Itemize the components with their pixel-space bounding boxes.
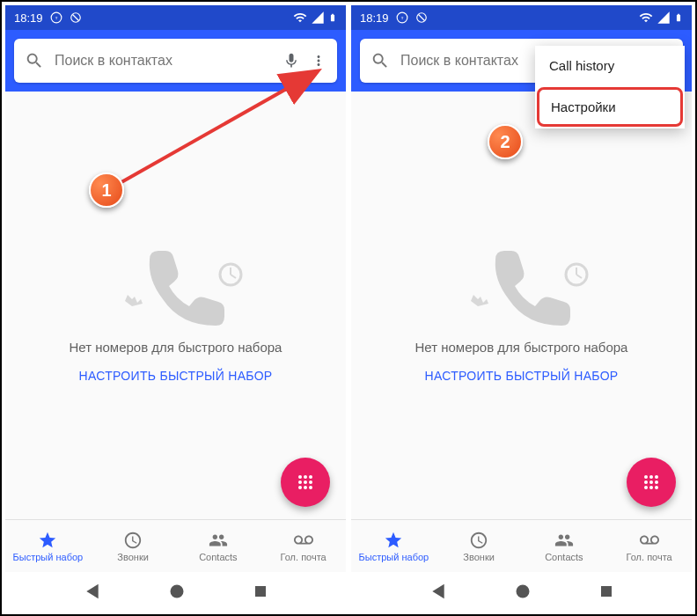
- status-notification-icon: т: [50, 11, 62, 24]
- status-block-icon: [415, 11, 428, 24]
- setup-speed-dial-link[interactable]: НАСТРОИТЬ БЫСТРЫЙ НАБОР: [424, 369, 618, 383]
- svg-point-27: [644, 475, 648, 479]
- tab-contacts[interactable]: Contacts: [176, 520, 261, 572]
- battery-icon: [328, 11, 337, 25]
- status-bar: 18:19 т: [5, 5, 346, 30]
- svg-point-31: [649, 480, 653, 484]
- dialpad-fab[interactable]: [627, 458, 676, 507]
- tab-contacts[interactable]: Contacts: [522, 520, 607, 572]
- people-icon: [554, 531, 574, 550]
- dialpad-fab[interactable]: [281, 458, 330, 507]
- tab-label: Contacts: [199, 552, 237, 562]
- back-icon[interactable]: [429, 583, 447, 600]
- status-time: 18:19: [14, 11, 43, 25]
- status-time: 18:19: [360, 11, 389, 25]
- recent-icon[interactable]: [253, 583, 268, 599]
- tab-label: Быстрый набор: [13, 552, 84, 562]
- tab-voicemail[interactable]: Гол. почта: [260, 520, 346, 572]
- svg-point-11: [304, 480, 307, 484]
- tab-label: Гол. почта: [627, 552, 672, 562]
- empty-illustration: [451, 229, 592, 326]
- wifi-icon: [639, 11, 653, 25]
- svg-point-14: [304, 486, 307, 489]
- svg-point-12: [309, 480, 312, 484]
- svg-point-33: [644, 486, 648, 489]
- status-bar: 18:19 т: [351, 5, 692, 30]
- search-area: Поиск в контактах: [5, 30, 346, 92]
- star-icon: [384, 531, 403, 550]
- svg-point-7: [298, 475, 302, 479]
- tab-voicemail[interactable]: Гол. почта: [606, 520, 692, 572]
- tab-speed-dial[interactable]: Быстрый набор: [5, 520, 91, 572]
- status-block-icon: [70, 11, 82, 24]
- tab-label: Быстрый набор: [359, 552, 429, 562]
- svg-line-3: [72, 15, 78, 21]
- people-icon: [209, 531, 228, 550]
- content-area: Нет номеров для быстрого набора НАСТРОИТ…: [5, 92, 346, 519]
- svg-rect-37: [601, 586, 612, 597]
- battery-icon: [674, 11, 683, 25]
- svg-point-15: [309, 486, 312, 489]
- history-icon: [469, 531, 488, 550]
- star-icon: [38, 531, 57, 550]
- tab-calls[interactable]: Звонки: [91, 520, 176, 572]
- svg-point-29: [655, 475, 658, 479]
- svg-line-6: [231, 275, 236, 278]
- svg-rect-17: [255, 586, 266, 597]
- signal-icon: [657, 11, 671, 25]
- back-icon[interactable]: [84, 583, 101, 600]
- empty-illustration: [106, 229, 246, 326]
- svg-point-9: [309, 475, 312, 479]
- dialpad-icon: [641, 472, 662, 493]
- svg-point-30: [644, 480, 648, 484]
- svg-point-28: [649, 475, 653, 479]
- svg-point-16: [170, 585, 183, 598]
- svg-line-26: [576, 275, 582, 278]
- mic-icon[interactable]: [282, 52, 300, 70]
- svg-point-10: [298, 480, 302, 484]
- dropdown-call-history[interactable]: Call history: [535, 46, 685, 85]
- search-placeholder: Поиск в контактах: [55, 53, 272, 69]
- more-options-icon[interactable]: [311, 53, 326, 69]
- svg-point-8: [304, 475, 307, 479]
- content-area: Нет номеров для быстрого набора НАСТРОИТ…: [351, 92, 692, 519]
- tab-speed-dial[interactable]: Быстрый набор: [351, 520, 437, 572]
- svg-point-34: [649, 486, 653, 489]
- annotation-badge-1: 1: [89, 172, 124, 208]
- voicemail-icon: [294, 531, 313, 550]
- dialpad-icon: [295, 472, 316, 493]
- phone-screen-2: 18:19 т Поиск в контактах Call history Н…: [351, 5, 692, 611]
- recent-icon[interactable]: [598, 583, 614, 599]
- bottom-tabs: Быстрый набор Звонки Contacts Гол. почта: [351, 519, 692, 572]
- setup-speed-dial-link[interactable]: НАСТРОИТЬ БЫСТРЫЙ НАБОР: [78, 369, 272, 383]
- tab-label: Гол. почта: [281, 552, 326, 562]
- status-notification-icon: т: [396, 11, 408, 24]
- wifi-icon: [293, 11, 307, 25]
- search-bar[interactable]: Поиск в контактах: [14, 39, 337, 83]
- dropdown-settings[interactable]: Настройки: [537, 87, 683, 127]
- tab-label: Звонки: [117, 552, 149, 562]
- svg-line-23: [418, 15, 424, 21]
- svg-point-13: [298, 486, 302, 489]
- svg-text:т: т: [55, 15, 57, 20]
- signal-icon: [311, 11, 325, 25]
- empty-message: Нет номеров для быстрого набора: [415, 340, 628, 355]
- navigation-bar: [5, 572, 346, 611]
- svg-point-32: [655, 480, 658, 484]
- svg-text:т: т: [400, 15, 403, 20]
- tab-label: Contacts: [545, 552, 583, 562]
- tab-label: Звонки: [463, 552, 495, 562]
- bottom-tabs: Быстрый набор Звонки Contacts Гол. почта: [5, 519, 346, 572]
- navigation-bar: [351, 572, 692, 611]
- home-icon[interactable]: [169, 583, 185, 599]
- tab-calls[interactable]: Звонки: [437, 520, 522, 572]
- annotation-badge-2: 2: [488, 124, 523, 159]
- svg-point-35: [655, 486, 658, 489]
- options-dropdown: Call history Настройки: [535, 46, 685, 128]
- svg-point-36: [516, 585, 529, 598]
- history-icon: [123, 531, 143, 550]
- search-icon: [371, 51, 390, 70]
- search-icon: [25, 51, 44, 70]
- home-icon[interactable]: [515, 583, 531, 599]
- voicemail-icon: [640, 531, 659, 550]
